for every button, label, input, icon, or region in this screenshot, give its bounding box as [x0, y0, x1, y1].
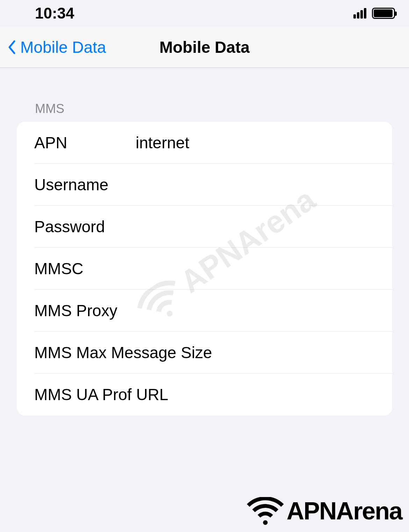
status-time: 10:34 [35, 5, 74, 22]
back-button-label: Mobile Data [20, 38, 106, 57]
battery-icon [372, 8, 395, 19]
row-label: MMS Max Message Size [34, 343, 212, 362]
chevron-left-icon [6, 39, 17, 55]
back-button[interactable]: Mobile Data [6, 38, 106, 57]
settings-group-mms: APN Username Password MMSC MMS Proxy MMS… [17, 122, 392, 416]
apn-input[interactable] [136, 133, 392, 152]
row-label: Password [34, 217, 136, 236]
row-label: APN [34, 133, 136, 152]
wifi-icon [246, 497, 285, 525]
username-input[interactable] [136, 175, 392, 194]
row-label: MMSC [34, 259, 136, 278]
password-input[interactable] [136, 217, 392, 236]
navigation-bar: Mobile Data Mobile Data [0, 27, 409, 68]
status-indicators [353, 8, 395, 19]
footer-logo-text: APNArena [287, 497, 402, 525]
setting-row-mms-max-size[interactable]: MMS Max Message Size [17, 332, 392, 374]
setting-row-password[interactable]: Password [17, 206, 392, 248]
row-label: MMS Proxy [34, 301, 136, 320]
status-bar: 10:34 [0, 0, 409, 27]
footer-logo: APNArena [246, 497, 402, 525]
row-label: MMS UA Prof URL [34, 385, 168, 404]
mms-proxy-input[interactable] [136, 301, 392, 320]
setting-row-username[interactable]: Username [17, 164, 392, 206]
mmsc-input[interactable] [136, 259, 392, 278]
setting-row-mms-ua-prof[interactable]: MMS UA Prof URL [17, 374, 392, 416]
setting-row-mms-proxy[interactable]: MMS Proxy [17, 290, 392, 332]
row-label: Username [34, 175, 136, 194]
setting-row-mmsc[interactable]: MMSC [17, 248, 392, 290]
section-header-mms: MMS [0, 68, 409, 122]
cellular-signal-icon [353, 8, 366, 19]
setting-row-apn[interactable]: APN [17, 122, 392, 164]
page-title: Mobile Data [159, 38, 250, 57]
